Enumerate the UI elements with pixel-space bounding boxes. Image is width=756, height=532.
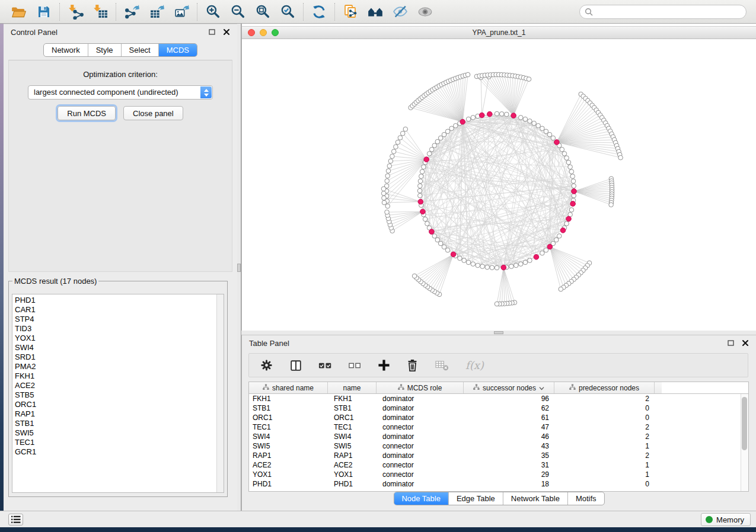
column-header-name[interactable]: name	[328, 382, 377, 393]
tab-edge-table[interactable]: Edge Table	[448, 492, 503, 505]
maximize-window-icon[interactable]	[272, 29, 279, 36]
vertical-splitter[interactable]	[237, 24, 241, 511]
splitter-handle[interactable]	[237, 264, 241, 272]
mcds-result-list[interactable]: PHD1CAR1STP4TID3YOX1SWI4SRD1PMA2FKH1ACE2…	[12, 294, 224, 493]
mcds-result-item[interactable]: TEC1	[12, 438, 224, 447]
tab-motifs[interactable]: Motifs	[567, 492, 604, 505]
zoom-fit-button[interactable]	[253, 2, 272, 21]
zoom-out-icon	[230, 4, 246, 20]
apply-layout-button[interactable]	[310, 2, 328, 21]
criterion-selected-value: largest connected component (undirected)	[34, 88, 178, 97]
table-panel-header: Table Panel	[242, 335, 756, 351]
export-network-icon	[124, 4, 140, 20]
graphics-details-button[interactable]	[416, 2, 435, 21]
zoom-in-button[interactable]	[203, 2, 222, 21]
memory-button[interactable]: Memory	[701, 513, 751, 526]
hide-selected-button[interactable]	[391, 2, 410, 21]
cell: TEC1	[328, 422, 377, 432]
mcds-result-item[interactable]: GCR1	[12, 447, 224, 457]
float-panel-icon[interactable]	[728, 339, 735, 347]
delete-column-button[interactable]	[406, 358, 419, 372]
search-input[interactable]	[595, 6, 746, 18]
float-panel-icon[interactable]	[209, 28, 216, 36]
horizontal-splitter[interactable]	[241, 331, 756, 335]
column-header-predecessor-nodes[interactable]: predecessor nodes	[554, 382, 655, 393]
toolbar-buttons	[0, 0, 441, 23]
export-table-button[interactable]	[147, 2, 166, 21]
table-row[interactable]: FKH1FKH1dominator962	[249, 394, 748, 403]
zoom-selected-icon	[280, 4, 296, 20]
mcds-result-item[interactable]: PMA2	[12, 362, 224, 371]
table-settings-button[interactable]	[260, 358, 273, 372]
mcds-result-item[interactable]: PHD1	[12, 296, 224, 305]
mcds-result-item[interactable]: YOX1	[12, 334, 224, 343]
add-column-button[interactable]	[378, 359, 390, 371]
table-row[interactable]: ACE2ACE2connector311	[249, 460, 748, 470]
minimize-window-icon[interactable]	[260, 29, 267, 36]
mcds-result-item[interactable]: STB1	[12, 419, 224, 428]
network-graph[interactable]	[242, 39, 756, 331]
zoom-selected-button[interactable]	[278, 2, 297, 21]
network-canvas[interactable]	[242, 39, 756, 331]
close-window-icon[interactable]	[248, 29, 255, 36]
mcds-result-item[interactable]: FKH1	[12, 371, 224, 381]
column-header-successor-nodes[interactable]: successor nodes	[464, 382, 554, 393]
table-row[interactable]: SWI4SWI4dominator462	[249, 432, 748, 441]
mcds-result-item[interactable]: SWI4	[12, 343, 224, 352]
cell: dominator	[377, 413, 464, 422]
optimization-criterion-select[interactable]: largest connected component (undirected)	[28, 85, 213, 100]
zoom-out-button[interactable]	[228, 2, 247, 21]
mcds-result-item[interactable]: STB5	[12, 390, 224, 400]
mcds-result-item[interactable]: SWI5	[12, 428, 224, 438]
export-network-button[interactable]	[122, 2, 141, 21]
mcds-result-item[interactable]: TID3	[12, 324, 224, 334]
search-box[interactable]	[579, 5, 747, 19]
table-row[interactable]: ORC1ORC1dominator610	[249, 413, 748, 422]
table-row[interactable]: TEC1TEC1connector472	[249, 422, 748, 432]
deselect-all-button[interactable]	[349, 361, 362, 370]
column-label: MCDS role	[407, 384, 442, 392]
table-scrollbar[interactable]	[741, 394, 748, 491]
close-panel-button[interactable]: Close panel	[123, 106, 183, 120]
cell: YOX1	[328, 470, 377, 479]
close-panel-icon[interactable]	[742, 339, 749, 347]
mcds-result-item[interactable]: SRD1	[12, 352, 224, 362]
result-scrollbar[interactable]	[216, 294, 224, 492]
show-columns-button[interactable]	[289, 359, 302, 372]
splitter-handle[interactable]	[494, 331, 503, 334]
mcds-result-item[interactable]: STP4	[12, 315, 224, 324]
save-session-button[interactable]	[34, 2, 53, 21]
import-network-button[interactable]	[66, 2, 85, 21]
mcds-result-item[interactable]: CAR1	[12, 305, 224, 315]
network-from-selection-button[interactable]	[341, 2, 360, 21]
table-row[interactable]: SWI5SWI5connector431	[249, 441, 748, 451]
tab-network-table[interactable]: Network Table	[503, 492, 567, 505]
tab-style[interactable]: Style	[88, 44, 121, 56]
column-header-mcds-role[interactable]: MCDS role	[377, 382, 464, 393]
table-row[interactable]: PHD1PHD1dominator180	[249, 479, 748, 489]
cell: FKH1	[328, 394, 377, 403]
import-table-button[interactable]	[91, 2, 110, 21]
run-mcds-button[interactable]: Run MCDS	[58, 106, 116, 120]
table-row[interactable]: RAP1RAP1dominator352	[249, 451, 748, 460]
export-image-button[interactable]	[172, 2, 191, 21]
tab-node-table[interactable]: Node Table	[394, 492, 448, 505]
select-all-button[interactable]	[318, 360, 333, 371]
tab-network[interactable]: Network	[44, 44, 88, 56]
mcds-result-item[interactable]: ACE2	[12, 381, 224, 390]
status-list-button[interactable]	[8, 514, 23, 525]
table-row[interactable]: YOX1YOX1connector291	[249, 470, 748, 479]
mcds-result-item[interactable]: ORC1	[12, 400, 224, 409]
table-row[interactable]: STB1STB1dominator620	[249, 403, 748, 413]
first-neighbors-button[interactable]	[366, 2, 385, 21]
column-header-shared-name[interactable]: shared name	[249, 382, 328, 393]
mcds-result-item[interactable]: RAP1	[12, 409, 224, 419]
close-panel-icon[interactable]	[223, 28, 230, 36]
column-label: name	[343, 384, 361, 392]
tab-select[interactable]: Select	[121, 44, 158, 56]
control-panel-title: Control Panel	[11, 28, 58, 37]
tab-mcds[interactable]: MCDS	[158, 44, 197, 56]
open-file-button[interactable]	[9, 2, 28, 21]
scrollbar-thumb[interactable]	[742, 397, 747, 450]
network-window-titlebar[interactable]: YPA_prune.txt_1	[242, 26, 756, 39]
